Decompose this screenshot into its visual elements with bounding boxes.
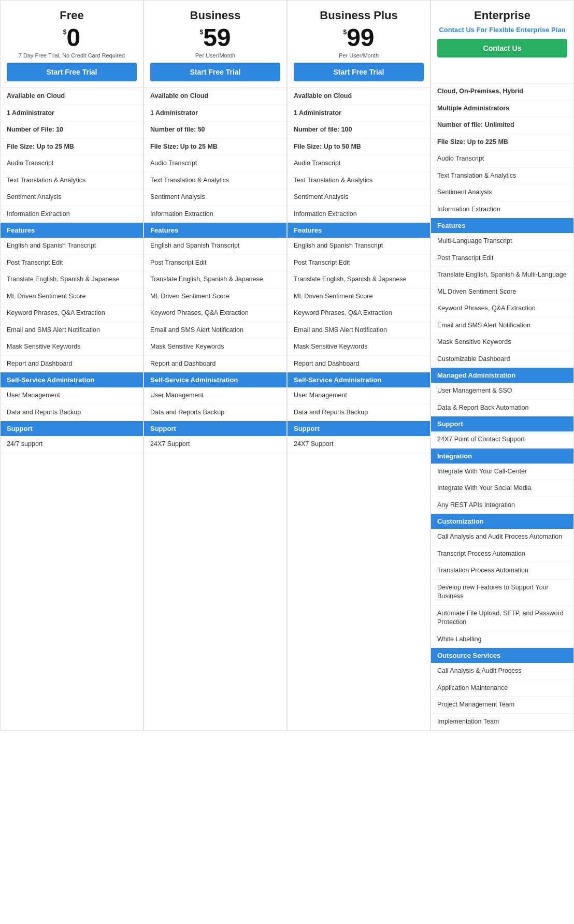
section-header: Self-Service Administration (288, 372, 430, 387)
col-free: Free$07 Day Free Trial, No Credit Card R… (0, 1, 144, 731)
feature-row: Cloud, On-Premises, Hybrid (431, 83, 573, 100)
col-business: Business$59Per User/MonthStart Free Tria… (144, 1, 287, 731)
section-header-enterprise: Integration (431, 449, 573, 464)
col-header-enterprise: EnterpriseContact Us For Flexible Enterp… (431, 1, 573, 83)
section-header: Features (144, 223, 286, 238)
feature-row: Available on Cloud (288, 88, 430, 105)
feature-row: 1 Administrator (288, 105, 430, 122)
feature-row-enterprise: White Labelling (431, 631, 573, 648)
price-num-free: 0 (66, 25, 80, 50)
section-header: Support (144, 421, 286, 436)
section-header: Managed Administration (431, 368, 573, 383)
feature-row-enterprise: Develop new Features to Support Your Bus… (431, 580, 573, 605)
feature-row: Number of file: Unlimited (431, 117, 573, 134)
feature-row: Audio Transcript (144, 155, 286, 172)
feature-row-enterprise: Integrate With Your Call-Center (431, 464, 573, 481)
plan-name-business: Business (190, 9, 241, 22)
price-block-business: $59 (199, 25, 231, 50)
feature-row: Text Translation & Analytics (144, 172, 286, 190)
feature-row: ML Driven Sentiment Score (431, 284, 573, 301)
feature-row: Keyword Phrases, Q&A Extraction (288, 305, 430, 322)
feature-row: 24X7 Support (288, 436, 430, 453)
feature-row: ML Driven Sentiment Score (288, 288, 430, 306)
feature-row-enterprise: Implementation Team (431, 714, 573, 731)
feature-row: Sentiment Analysis (431, 184, 573, 201)
col-business_plus: Business Plus$99Per User/MonthStart Free… (287, 1, 431, 731)
feature-row-enterprise: Call Analysis and Audit Process Automati… (431, 529, 573, 546)
feature-row: User Management (288, 387, 430, 405)
feature-row: Available on Cloud (1, 88, 143, 105)
feature-row: Translate English, Spanish & Multi-Langu… (431, 267, 573, 284)
feature-row: ML Driven Sentiment Score (1, 288, 143, 306)
btn-business[interactable]: Start Free Trial (150, 63, 280, 81)
feature-row-enterprise: Project Management Team (431, 697, 573, 714)
feature-row: Sentiment Analysis (1, 189, 143, 206)
pricing-table: Free$07 Day Free Trial, No Credit Card R… (0, 0, 574, 731)
price-note-free: 7 Day Free Trial, No Credit Card Require… (19, 52, 125, 59)
feature-row: 1 Administrator (1, 105, 143, 122)
feature-row-enterprise: Translation Process Automation (431, 562, 573, 580)
feature-row: 24X7 Point of Contact Support (431, 431, 573, 449)
feature-row: Keyword Phrases, Q&A Extraction (1, 305, 143, 322)
btn-business_plus[interactable]: Start Free Trial (294, 63, 424, 81)
price-block-free: $0 (63, 25, 80, 50)
feature-row: Post Transcript Edit (288, 255, 430, 272)
feature-row: Information Extraction (1, 206, 143, 223)
feature-row: 24/7 support (1, 436, 143, 453)
feature-row-enterprise: Transcript Process Automation (431, 546, 573, 563)
feature-row: Information Extraction (144, 206, 286, 223)
feature-row-enterprise: Call Analysis & Audit Process (431, 663, 573, 680)
section-header-enterprise: Outsource Services (431, 648, 573, 663)
price-block-business_plus: $99 (343, 25, 374, 50)
feature-row: Information Extraction (431, 201, 573, 219)
feature-row: Sentiment Analysis (288, 189, 430, 206)
feature-row-enterprise: Automate File Upload, SFTP, and Password… (431, 605, 573, 631)
feature-row: English and Spanish Transcript (1, 238, 143, 255)
section-header: Support (431, 416, 573, 431)
feature-row: User Management (144, 387, 286, 405)
btn-enterprise[interactable]: Contact Us (437, 39, 567, 57)
feature-row-enterprise: Any REST APIs Integration (431, 497, 573, 514)
feature-row: English and Spanish Transcript (144, 238, 286, 255)
plan-name-free: Free (60, 9, 83, 22)
feature-row: Email and SMS Alert Notification (288, 322, 430, 339)
feature-row-enterprise: Integrate With Your Social Media (431, 480, 573, 497)
feature-row: Data and Reports Backup (288, 405, 430, 422)
section-header: Features (288, 223, 430, 238)
feature-row: Post Transcript Edit (431, 250, 573, 267)
feature-row: Mask Sensitive Keywords (431, 334, 573, 351)
section-header: Support (1, 421, 143, 436)
feature-row: Multiple Administrators (431, 100, 573, 118)
col-header-business_plus: Business Plus$99Per User/MonthStart Free… (288, 1, 430, 88)
feature-row: File Size: Up to 25 MB (1, 139, 143, 156)
feature-row: User Management & SSO (431, 383, 573, 400)
feature-row: Audio Transcript (288, 155, 430, 172)
feature-row: Data and Reports Backup (144, 405, 286, 422)
feature-row: Mask Sensitive Keywords (144, 339, 286, 356)
feature-row: File Size: Up to 25 MB (144, 139, 286, 156)
section-header: Support (288, 421, 430, 436)
feature-row: Report and Dashboard (288, 356, 430, 373)
section-header: Features (431, 218, 573, 233)
per-user-business: Per User/Month (195, 52, 235, 59)
feature-row: Mask Sensitive Keywords (288, 339, 430, 356)
price-num-business: 59 (203, 25, 231, 50)
price-num-business_plus: 99 (347, 25, 374, 50)
feature-row: User Management (1, 387, 143, 405)
plan-name-enterprise: Enterprise (474, 9, 530, 22)
feature-row: 1 Administrator (144, 105, 286, 122)
section-header: Self-Service Administration (1, 372, 143, 387)
feature-row: File Size: Up to 225 MB (431, 134, 573, 151)
feature-row: Translate English, Spanish & Japanese (288, 271, 430, 288)
feature-row: Number of file: 50 (144, 122, 286, 139)
feature-row: Sentiment Analysis (144, 189, 286, 206)
feature-row: Report and Dashboard (1, 356, 143, 373)
btn-free[interactable]: Start Free Trial (7, 63, 137, 81)
feature-row: Keyword Phrases, Q&A Extraction (431, 300, 573, 317)
feature-row: ML Driven Sentiment Score (144, 288, 286, 306)
section-header-enterprise: Customization (431, 514, 573, 529)
feature-row: Report and Dashboard (144, 356, 286, 373)
feature-row: Multi-Language Transcript (431, 233, 573, 250)
feature-row: Number of file: 100 (288, 122, 430, 139)
section-header: Features (1, 223, 143, 238)
